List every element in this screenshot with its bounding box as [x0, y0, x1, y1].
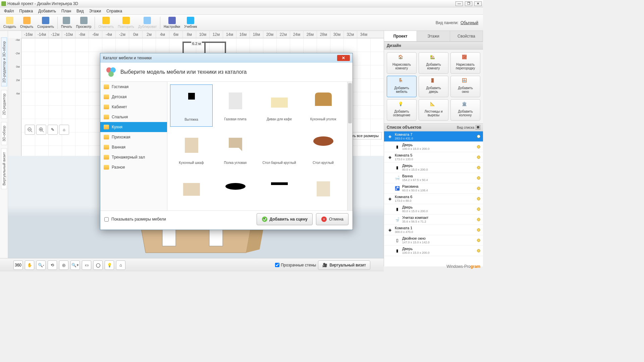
object-item[interactable]: ◈Комната 5173.0 x 133.0 — [384, 152, 483, 163]
panel-tab-Свойства[interactable]: Свойства — [450, 31, 483, 41]
visibility-toggle[interactable] — [477, 228, 480, 232]
view-tab-3[interactable]: Виртуальный визит — [1, 148, 7, 189]
panel-tab-Проект[interactable]: Проект — [384, 31, 417, 41]
show-sizes-checkbox[interactable]: Показывать размеры мебели — [104, 217, 166, 222]
objects-list[interactable]: ◈Комната 7283.0 x 431.0▮Дверь100.0 x 15.… — [384, 131, 483, 266]
transparent-walls-checkbox[interactable]: Прозрачные стены — [275, 263, 316, 267]
undo-button[interactable]: Отменить — [96, 16, 116, 29]
object-item[interactable]: ▮Дверь80.0 x 15.0 x 200.0 — [384, 204, 483, 215]
settings-button[interactable]: Настройки — [162, 16, 182, 29]
object-item[interactable]: ▮Дверь80.0 x 15.0 x 200.0 — [384, 163, 483, 173]
panel-tab-Этажи[interactable]: Этажи — [417, 31, 450, 41]
category-Кабинет[interactable]: Кабинет — [100, 102, 167, 112]
panel-mode-selector[interactable]: Вид панели: Обычный — [436, 20, 482, 25]
add-to-scene-button[interactable]: Добавить на сцену — [257, 213, 313, 225]
category-Кухня[interactable]: Кухня — [100, 122, 167, 132]
furniture-grid[interactable]: ВытяжкаГазовая плитаДиван для кафеКухонн… — [167, 82, 347, 210]
zoom-out-button[interactable] — [25, 125, 35, 135]
select-rect-button[interactable]: ▭ — [82, 260, 91, 270]
maximize-button[interactable]: ❐ — [465, 1, 472, 6]
visibility-toggle[interactable] — [477, 239, 480, 242]
design-card-8[interactable]: 🏛️Добавитьколонну — [450, 99, 480, 121]
visibility-toggle[interactable] — [477, 218, 480, 221]
visibility-toggle[interactable] — [477, 145, 480, 148]
visibility-toggle[interactable] — [477, 207, 480, 211]
redo-button[interactable]: Повторить — [116, 16, 136, 29]
category-list[interactable]: ГостинаяДетскаяКабинетСпальняКухняПрихож… — [100, 82, 167, 210]
object-item[interactable]: 🛁Ванна154.2 x 67.5 x 50.4 — [384, 173, 483, 183]
list-view-mode[interactable]: Вид списка — [457, 126, 474, 129]
menu-Файл[interactable]: Файл — [1, 8, 17, 14]
design-card-2[interactable]: 🧱Нарисоватьперегородку — [450, 52, 480, 74]
furniture-item[interactable] — [258, 172, 301, 210]
dialog-titlebar[interactable]: Каталог мебели и техники ✕ — [100, 53, 353, 63]
object-item[interactable]: ▮Дверь100.0 x 15.0 x 200.0 — [384, 142, 483, 152]
menu-Добавить[interactable]: Добавить — [36, 8, 59, 14]
category-Тренажерный зал[interactable]: Тренажерный зал — [100, 152, 167, 162]
menu-План[interactable]: План — [59, 8, 74, 14]
design-card-0[interactable]: 🏠Нарисоватькомнату — [387, 52, 417, 74]
visibility-toggle[interactable] — [477, 197, 480, 200]
object-item[interactable]: ▮Дверь100.0 x 15.0 x 200.0 — [384, 246, 483, 256]
furniture-item[interactable]: Полка угловая — [214, 128, 257, 170]
visibility-toggle[interactable] — [477, 176, 480, 180]
create-button[interactable]: Создать — [1, 16, 18, 29]
pan-button[interactable]: ✋ — [25, 260, 34, 270]
edit-button[interactable]: ✎ — [48, 125, 58, 135]
print-button[interactable]: Печать — [59, 16, 74, 29]
orbit-button[interactable]: ⟲ — [48, 260, 57, 270]
visibility-toggle[interactable] — [477, 187, 480, 190]
tutorial-button[interactable]: Учебник — [182, 16, 199, 29]
furniture-item[interactable] — [214, 172, 257, 210]
object-item[interactable]: 🚰Раковина60.0 x 50.0 x 108.4 — [384, 183, 483, 194]
object-item[interactable]: ◈Комната 6173.0 x 88.0 — [384, 194, 483, 204]
preview-button[interactable]: Просмотр — [74, 16, 94, 29]
panel-mode-value[interactable]: Обычный — [461, 20, 478, 25]
category-Детская[interactable]: Детская — [100, 92, 167, 102]
lasso-button[interactable]: ◯ — [93, 260, 103, 270]
visibility-toggle[interactable] — [477, 166, 480, 169]
visibility-toggle[interactable] — [477, 156, 480, 159]
furniture-item[interactable] — [170, 172, 213, 210]
view-tab-2[interactable]: 3D-обзор — [1, 122, 7, 145]
design-card-4[interactable]: 🚪Добавитьдверь — [419, 76, 448, 97]
design-card-6[interactable]: 💡Добавитьосвещение — [387, 99, 417, 121]
category-Прихожая[interactable]: Прихожая — [100, 132, 167, 142]
zoom-in-button[interactable]: 🔍+ — [70, 260, 80, 270]
menu-Вид[interactable]: Вид — [74, 8, 87, 14]
zoom-in-button[interactable] — [36, 125, 46, 135]
save-button[interactable]: Сохранить — [35, 16, 56, 29]
home-button[interactable]: ⌂ — [59, 125, 69, 135]
furniture-item[interactable]: Вытяжка — [170, 84, 213, 127]
object-item[interactable]: ▯Двойное окно147.0 x 15.0 x 142.0 — [384, 235, 483, 246]
furniture-item[interactable]: Кухонный шкаф — [170, 128, 213, 170]
furniture-item[interactable]: Кухонный уголок — [302, 84, 344, 127]
furniture-item[interactable] — [302, 172, 344, 210]
design-card-1[interactable]: 🏡Добавитькомнату — [419, 52, 448, 74]
target-button[interactable]: ◎ — [59, 260, 68, 270]
category-Ванная[interactable]: Ванная — [100, 142, 167, 152]
view-tab-0[interactable]: 2D-редактор и 3D-обзор — [1, 38, 7, 86]
cancel-button[interactable]: Отмена — [316, 213, 348, 225]
light-button[interactable]: 💡 — [105, 260, 114, 270]
open-button[interactable]: Открыть — [18, 16, 35, 29]
furniture-item[interactable]: Газовая плита — [214, 84, 257, 127]
close-button[interactable]: ✕ — [474, 1, 482, 6]
menu-Этажи[interactable]: Этажи — [87, 8, 104, 14]
object-item[interactable]: ◈Комната 1300.0 x 470.0 — [384, 225, 483, 235]
design-card-3[interactable]: 🪑Добавитьмебель — [387, 76, 417, 97]
dialog-close-button[interactable]: ✕ — [337, 55, 350, 61]
category-Разное[interactable]: Разное — [100, 162, 167, 172]
list-view-icon[interactable]: ▦ — [476, 125, 480, 130]
design-card-7[interactable]: 📐Лестницы ивырезы — [419, 99, 448, 121]
visibility-toggle[interactable] — [477, 135, 480, 138]
home-view-button[interactable]: ⌂ — [116, 260, 125, 270]
minimize-button[interactable]: — — [455, 1, 463, 6]
furniture-item[interactable]: Стол барный круглый — [258, 128, 301, 170]
design-card-5[interactable]: 🪟Добавитьокно — [450, 76, 480, 97]
visibility-toggle[interactable] — [477, 249, 480, 252]
virtual-visit-button[interactable]: 🎥Виртуальный визит — [318, 260, 370, 270]
dialog-scrollbar[interactable] — [347, 82, 353, 210]
show-sizes-hint[interactable]: ть все размеры — [349, 132, 382, 139]
rotate-360-button[interactable]: 360 — [13, 260, 23, 270]
